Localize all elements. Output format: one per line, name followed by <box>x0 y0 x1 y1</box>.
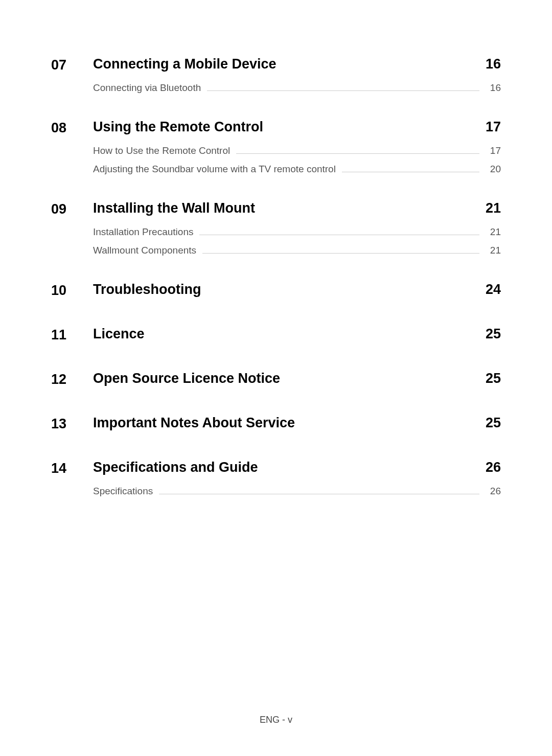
section-header: Licence 25 <box>93 326 501 342</box>
section-header: Open Source Licence Notice 25 <box>93 371 501 386</box>
section-number: 14 <box>51 460 93 504</box>
section-page: 24 <box>486 282 501 297</box>
leader-line <box>159 494 479 494</box>
section-page: 21 <box>486 200 501 216</box>
toc-subsection: Adjusting the Soundbar volume with a TV … <box>93 164 501 175</box>
section-number: 12 <box>51 371 93 397</box>
toc-section: 10 Troubleshooting 24 <box>51 282 501 308</box>
section-content: Licence 25 <box>93 326 501 352</box>
subsection-title: Specifications <box>93 486 153 497</box>
section-title: Installing the Wall Mount <box>93 200 255 216</box>
subsection-page: 26 <box>486 486 501 497</box>
subsection-page: 17 <box>486 145 501 156</box>
section-page: 25 <box>486 371 501 386</box>
toc-subsection: How to Use the Remote Control 17 <box>93 145 501 156</box>
section-content: Important Notes About Service 25 <box>93 415 501 441</box>
leader-line <box>199 235 479 235</box>
leader-line <box>207 90 479 91</box>
section-number: 07 <box>51 56 93 101</box>
section-header: Connecting a Mobile Device 16 <box>93 56 501 72</box>
subsection-page: 21 <box>486 226 501 238</box>
section-header: Specifications and Guide 26 <box>93 460 501 475</box>
subsection-title: Installation Precautions <box>93 226 193 238</box>
section-header: Troubleshooting 24 <box>93 282 501 297</box>
subsection-page: 21 <box>486 245 501 256</box>
section-number: 13 <box>51 415 93 441</box>
section-number: 11 <box>51 326 93 352</box>
section-number: 09 <box>51 200 93 263</box>
section-title: Licence <box>93 326 145 342</box>
toc-section: 12 Open Source Licence Notice 25 <box>51 371 501 397</box>
toc-section: 11 Licence 25 <box>51 326 501 352</box>
section-content: Specifications and Guide 26 Specificatio… <box>93 460 501 504</box>
section-number: 10 <box>51 282 93 308</box>
toc-section: 09 Installing the Wall Mount 21 Installa… <box>51 200 501 263</box>
section-content: Using the Remote Control 17 How to Use t… <box>93 119 501 182</box>
toc-subsection: Connecting via Bluetooth 16 <box>93 82 501 94</box>
toc-section: 08 Using the Remote Control 17 How to Us… <box>51 119 501 182</box>
leader-line <box>236 153 479 154</box>
section-page: 26 <box>486 460 501 475</box>
section-title: Specifications and Guide <box>93 460 258 475</box>
subsection-title: Wallmount Components <box>93 245 196 256</box>
section-title: Open Source Licence Notice <box>93 371 280 386</box>
section-content: Connecting a Mobile Device 16 Connecting… <box>93 56 501 101</box>
section-page: 25 <box>486 415 501 431</box>
section-header: Important Notes About Service 25 <box>93 415 501 431</box>
subsection-title: Adjusting the Soundbar volume with a TV … <box>93 164 336 175</box>
toc-subsection: Specifications 26 <box>93 486 501 497</box>
toc-subsection: Installation Precautions 21 <box>93 226 501 238</box>
section-content: Installing the Wall Mount 21 Installatio… <box>93 200 501 263</box>
leader-line <box>342 172 479 172</box>
section-content: Troubleshooting 24 <box>93 282 501 308</box>
toc-subsection: Wallmount Components 21 <box>93 245 501 256</box>
section-header: Using the Remote Control 17 <box>93 119 501 135</box>
section-number: 08 <box>51 119 93 182</box>
section-title: Troubleshooting <box>93 282 201 297</box>
section-header: Installing the Wall Mount 21 <box>93 200 501 216</box>
section-title: Using the Remote Control <box>93 119 263 135</box>
section-page: 16 <box>486 56 501 72</box>
subsection-title: Connecting via Bluetooth <box>93 82 201 94</box>
toc-section: 14 Specifications and Guide 26 Specifica… <box>51 460 501 504</box>
subsection-page: 20 <box>486 164 501 175</box>
toc-section: 13 Important Notes About Service 25 <box>51 415 501 441</box>
page-footer: ENG - v <box>0 715 552 725</box>
subsection-title: How to Use the Remote Control <box>93 145 230 156</box>
section-title: Connecting a Mobile Device <box>93 56 277 72</box>
section-content: Open Source Licence Notice 25 <box>93 371 501 397</box>
section-page: 25 <box>486 326 501 342</box>
subsection-page: 16 <box>486 82 501 94</box>
leader-line <box>202 253 479 254</box>
section-title: Important Notes About Service <box>93 415 295 431</box>
toc-section: 07 Connecting a Mobile Device 16 Connect… <box>51 56 501 101</box>
section-page: 17 <box>486 119 501 135</box>
table-of-contents: 07 Connecting a Mobile Device 16 Connect… <box>51 56 501 504</box>
